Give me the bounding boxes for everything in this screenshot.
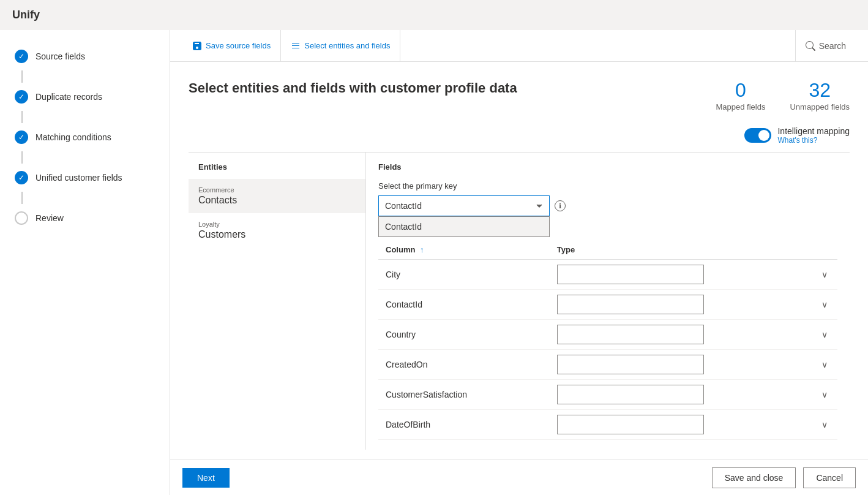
content-columns: Entities Ecommerce Contacts Loyalty Cust… [189,152,850,450]
cancel-button[interactable]: Cancel [803,467,856,488]
fields-header: Fields [378,162,402,172]
column-header: Column ↑ [378,240,550,260]
entity-group-ecommerce: Ecommerce [198,186,356,194]
page-title: Select entities and fields with customer… [189,80,716,96]
table-row: CreatedOn ∨ [378,350,837,380]
info-icon[interactable]: ℹ [555,200,566,211]
unmapped-fields-count: 32 [790,80,850,100]
dropdown-option-contactid[interactable]: ContactId [379,217,549,236]
type-select-dateofbirth[interactable] [557,415,704,434]
intelligent-mapping-toggle[interactable] [744,128,771,143]
whats-this-link[interactable]: What's this? [777,136,817,145]
primary-key-section: Select the primary key ContactId Contact… [378,181,837,216]
chevron-down-icon [536,202,543,210]
sidebar-label-review: Review [36,213,64,223]
fields-table: Column ↑ Type City [378,240,837,440]
sidebar-item-matching-conditions[interactable]: ✓ Matching conditions [0,123,170,151]
chevron-down-icon: ∨ [821,270,828,279]
type-select-customersatisfaction[interactable] [557,385,704,404]
check-icon-unified-customer-fields: ✓ [15,171,28,184]
sidebar-item-duplicate-records[interactable]: ✓ Duplicate records [0,83,170,111]
entity-name-customers: Customers [198,229,356,240]
column-country: Country [378,320,550,350]
table-row: CustomerSatisfaction ∨ [378,380,837,410]
save-source-fields-label: Save source fields [206,41,271,50]
primary-key-label: Select the primary key [378,181,837,191]
dropdown-list: ContactId [378,216,550,237]
sidebar-label-unified-customer-fields: Unified customer fields [36,173,122,183]
type-select-createdon[interactable] [557,355,704,374]
mapped-fields-label: Mapped fields [716,102,765,111]
footer-right: Save and close Cancel [712,467,856,488]
column-city: City [378,260,550,290]
fields-panel: Fields Select the primary key ContactId [366,153,850,450]
page-content: Select entities and fields with customer… [170,62,868,459]
type-select-country[interactable] [557,325,704,344]
entity-item-contacts[interactable]: Ecommerce Contacts [189,179,365,213]
check-icon-duplicate-records: ✓ [15,90,28,104]
sidebar-item-source-fields[interactable]: ✓ Source fields [0,42,170,70]
table-row: DateOfBirth ∨ [378,410,837,440]
type-cell-dateofbirth: ∨ [550,410,837,440]
next-button[interactable]: Next [182,468,230,488]
search-box[interactable]: Search [795,30,856,62]
sidebar-item-unified-customer-fields[interactable]: ✓ Unified customer fields [0,164,170,192]
primary-key-dropdown[interactable]: ContactId ContactId [378,195,550,216]
type-cell-country: ∨ [550,320,837,350]
intelligent-mapping-label: Intelligent mapping [777,126,850,136]
empty-icon-review [15,211,28,225]
app-title: Unify [0,0,868,30]
primary-key-row: ContactId ContactId ℹ [378,195,837,216]
sidebar-label-matching-conditions: Matching conditions [36,132,111,142]
dropdown-selected-value: ContactId [385,201,422,211]
type-cell-city: ∨ [550,260,837,290]
sidebar-item-review[interactable]: Review [0,204,170,232]
column-customersatisfaction: CustomerSatisfaction [378,380,550,410]
stats-area: 0 Mapped fields 32 Unmapped fields [716,80,850,111]
entity-item-customers[interactable]: Loyalty Customers [189,213,365,248]
page-header: Select entities and fields with customer… [189,80,850,111]
footer-left: Next [182,468,230,488]
save-icon [192,41,202,51]
chevron-down-icon: ∨ [821,390,828,399]
chevron-down-icon: ∨ [821,360,828,369]
mapped-fields-count: 0 [716,80,765,100]
column-createdon: CreatedOn [378,350,550,380]
column-dateofbirth: DateOfBirth [378,410,550,440]
fields-header-row: Fields [378,162,837,172]
select-entities-label: Select entities and fields [304,41,390,50]
type-select-city[interactable] [557,265,704,284]
chevron-down-icon: ∨ [821,330,828,339]
unmapped-fields-label: Unmapped fields [790,102,850,111]
search-label: Search [819,41,846,51]
type-header: Type [550,240,837,260]
mapped-fields-stat: 0 Mapped fields [716,80,765,111]
type-cell-customersatisfaction: ∨ [550,380,837,410]
type-select-contactid[interactable] [557,295,704,314]
search-icon [806,41,815,51]
footer: Next Save and close Cancel [170,459,868,495]
dropdown-trigger[interactable]: ContactId [378,195,550,216]
sidebar-label-duplicate-records: Duplicate records [36,92,102,102]
unmapped-fields-stat: 32 Unmapped fields [790,80,850,111]
entity-name-contacts: Contacts [198,195,356,206]
entities-header: Entities [189,162,365,179]
chevron-down-icon: ∨ [821,300,828,309]
check-icon-source-fields: ✓ [15,50,28,63]
topbar: Save source fields Select entities and f… [170,30,868,62]
column-contactid: ContactId [378,290,550,320]
save-source-fields-action[interactable]: Save source fields [182,30,281,62]
type-cell-createdon: ∨ [550,350,837,380]
table-row: City ∨ [378,260,837,290]
sidebar: ✓ Source fields ✓ Duplicate records ✓ Ma… [0,30,170,495]
save-and-close-button[interactable]: Save and close [712,467,796,488]
entity-group-loyalty: Loyalty [198,221,356,228]
intelligent-mapping-row: Intelligent mapping What's this? [189,126,850,145]
list-icon [291,41,301,51]
sort-arrow-icon[interactable]: ↑ [420,245,424,254]
chevron-down-icon: ∨ [821,420,828,429]
table-row: Country ∨ [378,320,837,350]
table-row: ContactId ∨ [378,290,837,320]
select-entities-action[interactable]: Select entities and fields [281,30,400,62]
sidebar-label-source-fields: Source fields [36,51,85,61]
